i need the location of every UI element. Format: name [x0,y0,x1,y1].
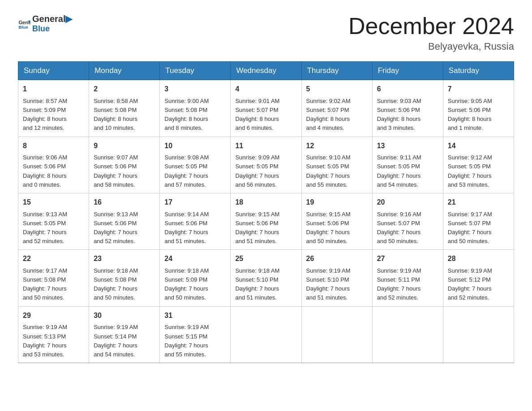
day-info: Sunrise: 9:02 AM Sunset: 5:07 PM Dayligh… [306,97,368,133]
calendar-cell: 15Sunrise: 9:13 AM Sunset: 5:05 PM Dayli… [18,193,89,249]
calendar-week-2: 8Sunrise: 9:06 AM Sunset: 5:06 PM Daylig… [18,137,514,193]
day-info: Sunrise: 9:19 AM Sunset: 5:11 PM Dayligh… [377,266,438,303]
day-info: Sunrise: 9:15 AM Sunset: 5:06 PM Dayligh… [306,210,368,246]
day-number: 9 [94,141,155,152]
calendar-cell: 17Sunrise: 9:14 AM Sunset: 5:06 PM Dayli… [160,193,231,249]
day-header-saturday: Saturday [443,62,514,80]
day-number: 25 [235,253,296,265]
day-header-thursday: Thursday [301,62,372,80]
month-title: December 2024 [348,13,514,39]
calendar-cell: 21Sunrise: 9:17 AM Sunset: 5:07 PM Dayli… [443,193,514,249]
calendar-header-row: SundayMondayTuesdayWednesdayThursdayFrid… [18,62,514,80]
calendar-cell: 20Sunrise: 9:16 AM Sunset: 5:07 PM Dayli… [372,193,443,249]
calendar-cell: 29Sunrise: 9:19 AM Sunset: 5:13 PM Dayli… [18,306,89,363]
day-number: 8 [23,141,84,152]
day-info: Sunrise: 8:57 AM Sunset: 5:09 PM Dayligh… [23,97,84,133]
calendar-cell: 13Sunrise: 9:11 AM Sunset: 5:05 PM Dayli… [372,137,443,193]
day-header-sunday: Sunday [18,62,89,80]
day-info: Sunrise: 9:18 AM Sunset: 5:08 PM Dayligh… [94,266,155,303]
day-number: 12 [306,141,368,152]
calendar-cell: 10Sunrise: 9:08 AM Sunset: 5:05 PM Dayli… [160,137,231,193]
calendar-cell: 27Sunrise: 9:19 AM Sunset: 5:11 PM Dayli… [372,250,443,306]
day-info: Sunrise: 9:15 AM Sunset: 5:06 PM Dayligh… [235,210,296,246]
calendar-cell: 31Sunrise: 9:19 AM Sunset: 5:15 PM Dayli… [160,306,231,363]
day-info: Sunrise: 9:03 AM Sunset: 5:06 PM Dayligh… [377,97,438,133]
day-number: 15 [23,197,84,208]
day-info: Sunrise: 9:12 AM Sunset: 5:05 PM Dayligh… [448,153,509,189]
title-block: December 2024 Belyayevka, Russia [348,13,514,52]
calendar-cell: 24Sunrise: 9:18 AM Sunset: 5:09 PM Dayli… [160,250,231,306]
calendar-cell: 26Sunrise: 9:19 AM Sunset: 5:10 PM Dayli… [301,250,372,306]
day-number: 29 [23,310,84,321]
calendar-cell: 14Sunrise: 9:12 AM Sunset: 5:05 PM Dayli… [443,137,514,193]
day-info: Sunrise: 9:19 AM Sunset: 5:14 PM Dayligh… [94,323,155,359]
day-info: Sunrise: 9:19 AM Sunset: 5:10 PM Dayligh… [306,266,368,303]
day-info: Sunrise: 9:13 AM Sunset: 5:06 PM Dayligh… [94,210,155,246]
day-number: 31 [164,310,226,321]
day-info: Sunrise: 9:14 AM Sunset: 5:06 PM Dayligh… [164,210,226,246]
day-number: 14 [448,141,509,152]
day-header-wednesday: Wednesday [231,62,301,80]
day-number: 23 [94,253,155,265]
calendar-cell: 28Sunrise: 9:19 AM Sunset: 5:12 PM Dayli… [443,250,514,306]
day-header-friday: Friday [372,62,443,80]
day-info: Sunrise: 9:05 AM Sunset: 5:06 PM Dayligh… [448,97,509,133]
logo-blue: Blue [32,24,72,34]
day-number: 7 [448,84,509,95]
calendar-cell: 5Sunrise: 9:02 AM Sunset: 5:07 PM Daylig… [301,80,372,137]
day-number: 30 [94,310,155,321]
day-info: Sunrise: 9:10 AM Sunset: 5:05 PM Dayligh… [306,153,368,189]
location: Belyayevka, Russia [348,41,514,52]
day-info: Sunrise: 9:17 AM Sunset: 5:08 PM Dayligh… [23,266,84,303]
day-info: Sunrise: 9:18 AM Sunset: 5:09 PM Dayligh… [164,266,226,303]
day-number: 3 [164,84,226,95]
calendar-cell: 6Sunrise: 9:03 AM Sunset: 5:06 PM Daylig… [372,80,443,137]
day-info: Sunrise: 8:58 AM Sunset: 5:08 PM Dayligh… [94,97,155,133]
logo-icon: General Blue [18,17,30,30]
day-number: 1 [23,84,84,95]
svg-text:Blue: Blue [18,25,28,30]
day-number: 27 [377,253,438,265]
day-number: 28 [448,253,509,265]
calendar-cell: 16Sunrise: 9:13 AM Sunset: 5:06 PM Dayli… [89,193,160,249]
day-info: Sunrise: 9:19 AM Sunset: 5:13 PM Dayligh… [23,323,84,359]
calendar-cell: 3Sunrise: 9:00 AM Sunset: 5:08 PM Daylig… [160,80,231,137]
calendar-cell [231,306,301,363]
calendar-cell [372,306,443,363]
calendar-cell: 25Sunrise: 9:18 AM Sunset: 5:10 PM Dayli… [231,250,301,306]
calendar-table: SundayMondayTuesdayWednesdayThursdayFrid… [18,61,514,363]
page-header: General Blue General▶ Blue December 2024… [18,13,514,52]
calendar-cell: 12Sunrise: 9:10 AM Sunset: 5:05 PM Dayli… [301,137,372,193]
day-number: 18 [235,197,296,208]
calendar-cell: 18Sunrise: 9:15 AM Sunset: 5:06 PM Dayli… [231,193,301,249]
day-info: Sunrise: 9:17 AM Sunset: 5:07 PM Dayligh… [448,210,509,246]
day-number: 26 [306,253,368,265]
day-info: Sunrise: 9:06 AM Sunset: 5:06 PM Dayligh… [23,153,84,189]
day-header-tuesday: Tuesday [160,62,231,80]
day-info: Sunrise: 9:08 AM Sunset: 5:05 PM Dayligh… [164,153,226,189]
calendar-cell: 22Sunrise: 9:17 AM Sunset: 5:08 PM Dayli… [18,250,89,306]
day-info: Sunrise: 9:19 AM Sunset: 5:15 PM Dayligh… [164,323,226,359]
day-number: 2 [94,84,155,95]
day-info: Sunrise: 9:11 AM Sunset: 5:05 PM Dayligh… [377,153,438,189]
calendar-cell: 2Sunrise: 8:58 AM Sunset: 5:08 PM Daylig… [89,80,160,137]
day-number: 6 [377,84,438,95]
calendar-week-4: 22Sunrise: 9:17 AM Sunset: 5:08 PM Dayli… [18,250,514,306]
logo: General Blue General▶ Blue [18,13,72,34]
day-info: Sunrise: 9:07 AM Sunset: 5:06 PM Dayligh… [94,153,155,189]
calendar-cell: 19Sunrise: 9:15 AM Sunset: 5:06 PM Dayli… [301,193,372,249]
calendar-cell: 23Sunrise: 9:18 AM Sunset: 5:08 PM Dayli… [89,250,160,306]
day-info: Sunrise: 9:00 AM Sunset: 5:08 PM Dayligh… [164,97,226,133]
calendar-cell: 1Sunrise: 8:57 AM Sunset: 5:09 PM Daylig… [18,80,89,137]
day-info: Sunrise: 9:19 AM Sunset: 5:12 PM Dayligh… [448,266,509,303]
calendar-cell: 9Sunrise: 9:07 AM Sunset: 5:06 PM Daylig… [89,137,160,193]
calendar-week-1: 1Sunrise: 8:57 AM Sunset: 5:09 PM Daylig… [18,80,514,137]
calendar-week-5: 29Sunrise: 9:19 AM Sunset: 5:13 PM Dayli… [18,306,514,363]
day-number: 20 [377,197,438,208]
day-info: Sunrise: 9:09 AM Sunset: 5:05 PM Dayligh… [235,153,296,189]
calendar-cell [301,306,372,363]
day-info: Sunrise: 9:18 AM Sunset: 5:10 PM Dayligh… [235,266,296,303]
day-number: 19 [306,197,368,208]
day-header-monday: Monday [89,62,160,80]
day-number: 10 [164,141,226,152]
